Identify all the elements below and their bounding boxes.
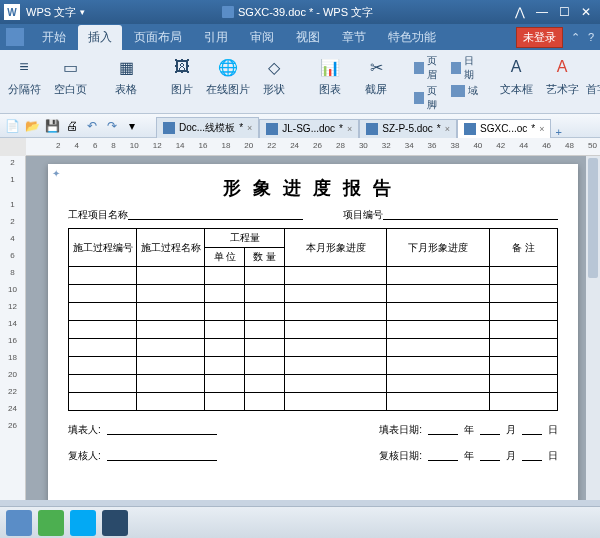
print-icon[interactable]: 🖨: [64, 118, 80, 134]
close-tab-icon[interactable]: ×: [347, 124, 352, 134]
ribbon-help-icon[interactable]: ?: [588, 31, 594, 43]
app-logo: W: [4, 4, 20, 20]
ribbon-collapse-icon[interactable]: ⌃: [571, 31, 580, 44]
canvas[interactable]: ✦ 形象进度报告 工程项目名称 项目编号 施工过程编号 施工过程名称 工程量 本…: [26, 156, 600, 516]
shapes-button[interactable]: ◇形状: [256, 54, 292, 97]
doctab-2[interactable]: JL-SG...doc*×: [259, 119, 359, 138]
tab-start[interactable]: 开始: [32, 25, 76, 50]
textbox-button[interactable]: A文本框: [498, 54, 534, 97]
close-icon[interactable]: ✕: [576, 5, 596, 19]
tab-pagelayout[interactable]: 页面布局: [124, 25, 192, 50]
ruler-vertical[interactable]: 2112468101214161820222426: [0, 156, 26, 516]
image-button[interactable]: 🖼图片: [164, 54, 200, 97]
taskbar-app-icon[interactable]: [70, 510, 96, 536]
brush-icon[interactable]: ▾: [124, 118, 140, 134]
onlineimage-button[interactable]: 🌐在线图片: [210, 54, 246, 97]
help-icon[interactable]: ⋀: [510, 5, 530, 19]
page-marker-icon: ✦: [52, 168, 60, 179]
tab-review[interactable]: 审阅: [240, 25, 284, 50]
tab-section[interactable]: 章节: [332, 25, 376, 50]
ruler-horizontal[interactable]: 2468101214161820222426283032343638404244…: [26, 138, 600, 156]
titlebar: W WPS 文字 ▾ SGXC-39.doc * - WPS 文字 ⋀ — ☐ …: [0, 0, 600, 24]
close-tab-icon[interactable]: ×: [539, 124, 544, 134]
header-button[interactable]: 页眉: [414, 54, 441, 82]
date-button[interactable]: 日期: [451, 54, 478, 82]
close-tab-icon[interactable]: ×: [445, 124, 450, 134]
table-row: [69, 375, 558, 393]
minimize-icon[interactable]: —: [532, 5, 552, 19]
project-label: 工程项目名称: [68, 208, 128, 222]
table-button[interactable]: ▦表格: [108, 54, 144, 97]
app-name: WPS 文字: [26, 5, 76, 20]
taskbar-app2-icon[interactable]: [102, 510, 128, 536]
dropcap-button[interactable]: A̲首字下沉: [590, 54, 600, 97]
doc-icon: [222, 6, 234, 18]
blankpage-button[interactable]: ▭空白页: [52, 54, 88, 97]
window-title: SGXC-39.doc * - WPS 文字: [238, 5, 373, 20]
doctab-4[interactable]: SGXC...oc*×: [457, 119, 551, 138]
table-row: [69, 267, 558, 285]
table-row: [69, 303, 558, 321]
table-row: [69, 285, 558, 303]
open-icon[interactable]: 📂: [24, 118, 40, 134]
doc-icon: [464, 123, 476, 135]
doc-icon: [163, 122, 175, 134]
table-row: [69, 393, 558, 411]
doc-title: 形象进度报告: [68, 176, 558, 200]
taskbar: [0, 506, 600, 538]
tab-view[interactable]: 视图: [286, 25, 330, 50]
doctabs: Doc...线模板*× JL-SG...doc*× SZ-P-5.doc*× S…: [156, 114, 566, 138]
taskbar-browser-icon[interactable]: [38, 510, 64, 536]
code-label: 项目编号: [343, 208, 383, 222]
quickbar: 📄 📂 💾 🖨 ↶ ↷ ▾ Doc...线模板*× JL-SG...doc*× …: [0, 114, 600, 138]
ribbon: ≡分隔符 ▭空白页 ▦表格 🖼图片 🌐在线图片 ◇形状 📊图表 ✂截屏 页眉 页…: [0, 50, 600, 114]
menubar: 开始 插入 页面布局 引用 审阅 视图 章节 特色功能 未登录 ⌃ ?: [0, 24, 600, 50]
pagebreak-button[interactable]: ≡分隔符: [6, 54, 42, 97]
save-icon[interactable]: 💾: [44, 118, 60, 134]
wordart-button[interactable]: A艺术字: [544, 54, 580, 97]
maximize-icon[interactable]: ☐: [554, 5, 574, 19]
table-row: [69, 339, 558, 357]
chart-button[interactable]: 📊图表: [312, 54, 348, 97]
scrollbar-vertical[interactable]: [586, 156, 600, 516]
table-row: [69, 357, 558, 375]
code-field: [383, 208, 558, 220]
report-table: 施工过程编号 施工过程名称 工程量 本月形象进度 下月形象进度 备 注 单 位 …: [68, 228, 558, 411]
table-row: [69, 321, 558, 339]
doc-icon: [366, 123, 378, 135]
page: ✦ 形象进度报告 工程项目名称 项目编号 施工过程编号 施工过程名称 工程量 本…: [48, 164, 578, 504]
close-tab-icon[interactable]: ×: [247, 123, 252, 133]
tab-reference[interactable]: 引用: [194, 25, 238, 50]
project-field: [128, 208, 303, 220]
doctab-3[interactable]: SZ-P-5.doc*×: [359, 119, 457, 138]
add-tab-icon[interactable]: +: [551, 126, 565, 138]
doctab-1[interactable]: Doc...线模板*×: [156, 117, 259, 138]
screenshot-button[interactable]: ✂截屏: [358, 54, 394, 97]
tab-insert[interactable]: 插入: [78, 25, 122, 50]
tab-features[interactable]: 特色功能: [378, 25, 446, 50]
doc-icon: [266, 123, 278, 135]
login-button[interactable]: 未登录: [516, 27, 563, 48]
undo-icon[interactable]: ↶: [84, 118, 100, 134]
footer-button[interactable]: 页脚: [414, 84, 441, 112]
redo-icon[interactable]: ↷: [104, 118, 120, 134]
new-icon[interactable]: 📄: [4, 118, 20, 134]
file-menu-icon[interactable]: [6, 28, 24, 46]
field-button[interactable]: 域: [451, 84, 478, 98]
taskbar-wps-icon[interactable]: [6, 510, 32, 536]
